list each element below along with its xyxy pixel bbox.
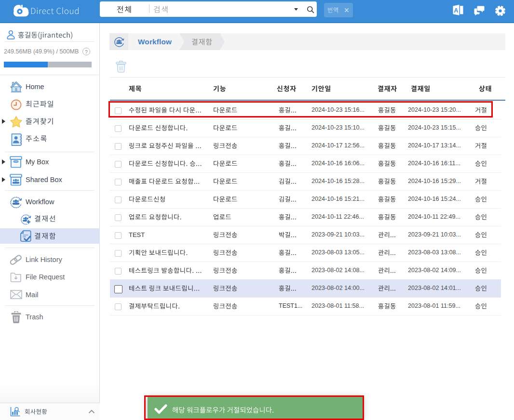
svg-text:A: A <box>454 7 458 14</box>
